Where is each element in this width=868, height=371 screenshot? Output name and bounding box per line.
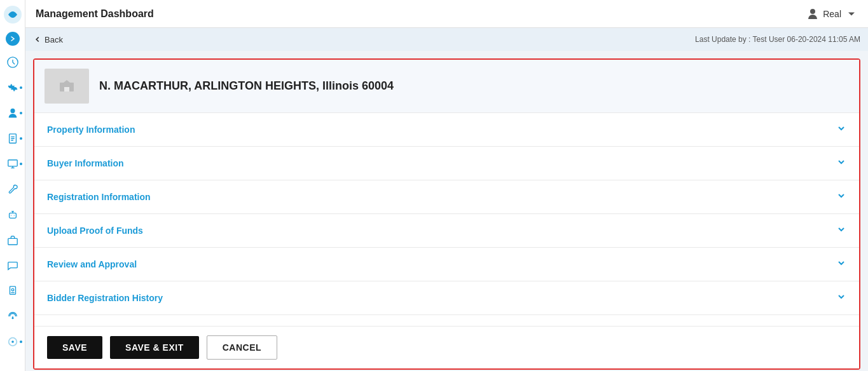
accordion-chevron-buyer: [836, 157, 846, 170]
accordion-label-proof-of-funds: Upload Proof of Funds: [47, 226, 143, 236]
save-button[interactable]: SAVE: [47, 336, 102, 359]
sidebar-item-chat[interactable]: [1, 254, 24, 277]
subheader: Back Last Update by : Test User 06-20-20…: [25, 28, 868, 51]
main-area: Management Dashboard Real Back Last Upda…: [25, 0, 868, 371]
accordion-item-buyer: Buyer Information: [34, 147, 859, 180]
accordion-label-buyer: Buyer Information: [47, 158, 124, 168]
svg-rect-3: [8, 160, 17, 166]
back-arrow-icon: [33, 35, 42, 44]
sidebar-item-robot[interactable]: [1, 203, 24, 226]
sidebar-item-users[interactable]: [1, 102, 24, 125]
accordion-item-bidder-history: Bidder Registration History: [34, 281, 859, 315]
save-and-exit-button[interactable]: SAVE & EXIT: [110, 336, 199, 359]
svg-point-8: [12, 318, 13, 319]
accordion-label-review: Review and Approval: [47, 259, 137, 269]
accordion-item-proof-of-funds: Upload Proof of Funds: [34, 214, 859, 248]
property-header: N. MACARTHUR, ARLINGTON HEIGHTS, Illinoi…: [34, 60, 859, 113]
app-logo[interactable]: [3, 5, 22, 24]
content-area: N. MACARTHUR, ARLINGTON HEIGHTS, Illinoi…: [25, 51, 868, 371]
sidebar-item-settings[interactable]: [1, 76, 24, 99]
user-icon: [806, 8, 819, 20]
sidebar-item-monitor[interactable]: [1, 152, 24, 175]
accordion-chevron-property: [836, 123, 846, 136]
accordion-label-bidder-history: Bidder Registration History: [47, 293, 163, 303]
accordion-header-property[interactable]: Property Information: [34, 113, 859, 146]
accordion-header-proof-of-funds[interactable]: Upload Proof of Funds: [34, 214, 859, 247]
svg-rect-5: [8, 238, 17, 245]
page-title: Management Dashboard: [36, 8, 154, 20]
accordion-header-bidder-history[interactable]: Bidder Registration History: [34, 281, 859, 314]
accordion-item-property: Property Information: [34, 113, 859, 147]
user-menu[interactable]: Real: [806, 8, 858, 20]
footer-buttons: SAVE SAVE & EXIT CANCEL: [34, 326, 859, 368]
sidebar-item-broadcast[interactable]: [1, 305, 24, 328]
chevron-down-icon: [845, 8, 858, 20]
svg-rect-4: [9, 213, 16, 218]
accordion-chevron-proof-of-funds: [836, 224, 846, 237]
accordion-label-registration: Registration Information: [47, 192, 151, 202]
accordion-header-buyer[interactable]: Buyer Information: [34, 147, 859, 180]
topbar: Management Dashboard Real: [25, 0, 868, 28]
accordion-item-review: Review and Approval: [34, 248, 859, 281]
accordion-chevron-bidder-history: [836, 292, 846, 304]
accordion-label-property: Property Information: [47, 125, 135, 135]
accordion-chevron-registration: [836, 191, 846, 203]
form-container: N. MACARTHUR, ARLINGTON HEIGHTS, Illinoi…: [33, 58, 860, 370]
cancel-button[interactable]: CANCEL: [207, 335, 277, 360]
back-label: Back: [45, 35, 63, 44]
back-button[interactable]: Back: [33, 35, 63, 44]
svg-rect-10: [64, 87, 69, 91]
accordion-header-review[interactable]: Review and Approval: [34, 248, 859, 281]
svg-point-7: [11, 288, 14, 291]
property-thumbnail: [45, 69, 89, 104]
property-title: N. MACARTHUR, ARLINGTON HEIGHTS, Illinoi…: [99, 79, 394, 93]
last-update-text: Last Update by : Test User 06-20-2024 11…: [695, 35, 860, 44]
svg-rect-6: [10, 287, 15, 295]
sidebar-item-badge[interactable]: [1, 280, 24, 302]
sidebar-item-tools[interactable]: [1, 178, 24, 201]
accordion-header-registration[interactable]: Registration Information: [34, 180, 859, 213]
sidebar: [0, 0, 25, 371]
sidebar-item-navigation[interactable]: [1, 51, 24, 74]
property-image-placeholder: [58, 78, 76, 95]
accordion: Property Information Buyer Information: [34, 113, 859, 326]
sidebar-item-document[interactable]: [1, 127, 24, 150]
sidebar-expand-button[interactable]: [6, 32, 20, 46]
accordion-chevron-review: [836, 258, 846, 271]
sidebar-item-briefcase[interactable]: [1, 229, 24, 252]
sidebar-item-gear2[interactable]: [1, 330, 24, 353]
accordion-item-registration: Registration Information: [34, 180, 859, 214]
user-label: Real: [823, 9, 841, 19]
